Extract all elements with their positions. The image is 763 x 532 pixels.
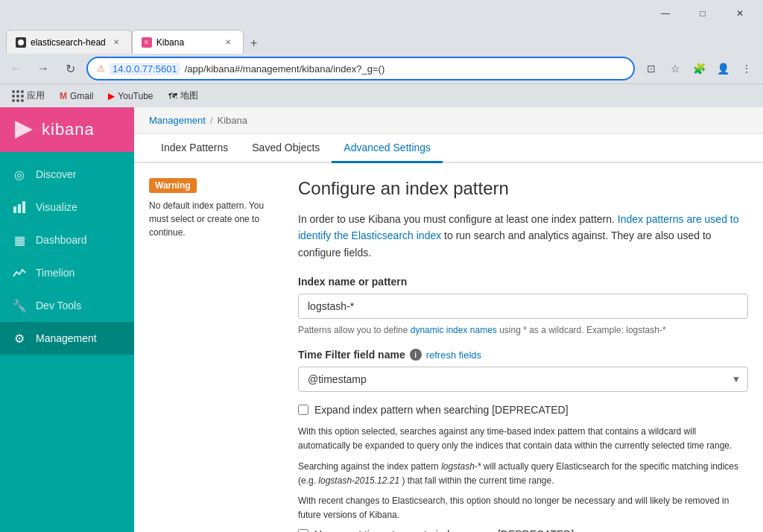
address-bar: ← → ↻ ⚠ 14.0.0.77:5601 /app/kibana#/mana…: [0, 54, 763, 83]
tab-advanced-settings[interactable]: Advanced Settings: [332, 134, 443, 163]
security-icon: ⚠: [97, 63, 105, 74]
index-hint: Patterns allow you to define dynamic ind…: [298, 323, 748, 337]
form-section: Configure an index pattern In order to u…: [298, 178, 748, 517]
pattern-italic: logstash-*: [441, 461, 481, 472]
sidebar-label-timelion: Timelion: [36, 267, 75, 279]
sidebar-label-dashboard: Dashboard: [36, 234, 87, 246]
url-highlight: 14.0.0.77:5601: [110, 63, 180, 75]
maps-bookmark[interactable]: 🗺 地图: [165, 88, 201, 104]
gmail-icon: M: [60, 91, 67, 101]
event-times-checkbox-label[interactable]: Use event times to create index names [D…: [314, 528, 574, 532]
url-bar[interactable]: ⚠ 14.0.0.77:5601 /app/kibana#/management…: [86, 57, 635, 80]
bookmark-icon[interactable]: ☆: [665, 58, 686, 79]
title-bar: — □ ✕: [0, 0, 763, 27]
index-name-input[interactable]: [298, 294, 748, 319]
close-button[interactable]: ✕: [723, 3, 757, 24]
breadcrumb-management[interactable]: Management: [149, 115, 206, 126]
breadcrumb: Management / Kibana: [134, 107, 763, 134]
tab-elasticsearch[interactable]: elasticsearch-head ✕: [6, 30, 132, 54]
event-times-checkbox-row: Use event times to create index names [D…: [298, 528, 748, 532]
main-content: Management / Kibana Index Patterns Saved…: [134, 107, 763, 532]
tab-close-kibana[interactable]: ✕: [222, 37, 234, 48]
sidebar-logo: kibana: [0, 107, 134, 152]
maps-label: 地图: [180, 89, 198, 102]
section-tabs: Index Patterns Saved Objects Advanced Se…: [134, 134, 763, 163]
tab-index-patterns[interactable]: Index Patterns: [149, 134, 240, 163]
profile-icon[interactable]: 👤: [712, 58, 733, 79]
kibana-logo-icon: [12, 118, 36, 142]
timestamp-select-wrapper: @timestamp ▼: [298, 367, 748, 392]
youtube-label: YouTube: [118, 91, 153, 101]
refresh-fields-link[interactable]: refresh fields: [426, 349, 481, 361]
management-icon: ⚙: [12, 331, 27, 346]
warning-badge: Warning: [149, 178, 197, 193]
svg-rect-3: [22, 201, 25, 213]
warning-text: No default index pattern. You must selec…: [149, 199, 283, 239]
form-title: Configure an index pattern: [298, 178, 748, 199]
maps-icon: 🗺: [168, 91, 177, 101]
dashboard-icon: ▦: [12, 232, 27, 247]
sidebar-label-discover: Discover: [36, 168, 76, 180]
apps-icon: [12, 90, 24, 102]
event-times-checkbox[interactable]: [298, 529, 308, 532]
tab-title-elastic: elasticsearch-head: [31, 37, 106, 48]
kibana-logo-text: kibana: [42, 120, 95, 139]
app-layout: kibana ◎ Discover Visualize ▦ Dashbo: [0, 107, 763, 532]
devtools-icon: 🔧: [12, 298, 27, 313]
expand-checkbox[interactable]: [298, 405, 308, 415]
kibana-favicon: K: [142, 37, 152, 48]
back-button[interactable]: ←: [6, 58, 27, 79]
sidebar-item-visualize[interactable]: Visualize: [0, 191, 134, 224]
youtube-bookmark[interactable]: ▶ YouTube: [105, 89, 156, 103]
expand-desc-2: Searching against the index pattern logs…: [298, 460, 748, 488]
expand-desc-3: With recent changes to Elasticsearch, th…: [298, 494, 748, 522]
svg-rect-1: [13, 206, 16, 213]
tab-bar: elasticsearch-head ✕ K Kibana ✕ +: [0, 27, 763, 54]
expand-checkbox-label[interactable]: Expand index pattern when searching [DEP…: [314, 404, 569, 416]
svg-point-0: [18, 39, 24, 45]
form-description: In order to use Kibana you must configur…: [298, 211, 748, 261]
visualize-icon: [12, 200, 27, 215]
warning-panel: Warning No default index pattern. You mu…: [149, 178, 283, 517]
bookmarks-bar: 应用 M Gmail ▶ YouTube 🗺 地图: [0, 83, 763, 107]
tab-title-kibana: Kibana: [156, 37, 184, 48]
index-patterns-link[interactable]: Index patterns are used to identify the …: [298, 213, 739, 241]
apps-bookmark[interactable]: 应用: [9, 88, 48, 104]
new-tab-button[interactable]: +: [244, 33, 265, 54]
sidebar: kibana ◎ Discover Visualize ▦ Dashbo: [0, 107, 134, 532]
breadcrumb-kibana: Kibana: [218, 115, 247, 126]
youtube-icon: ▶: [108, 91, 115, 101]
browser-actions: ⊡ ☆ 🧩 👤 ⋮: [641, 58, 757, 79]
reload-button[interactable]: ↻: [60, 58, 80, 79]
timelion-icon: [12, 265, 27, 280]
sidebar-item-timelion[interactable]: Timelion: [0, 256, 134, 289]
menu-icon[interactable]: ⋮: [736, 58, 757, 79]
index-name-label: Index name or pattern: [298, 276, 748, 288]
sidebar-item-management[interactable]: ⚙ Management: [0, 322, 134, 355]
time-filter-label: Time Filter field name: [298, 349, 405, 361]
maximize-button[interactable]: □: [686, 3, 720, 24]
tab-saved-objects[interactable]: Saved Objects: [240, 134, 332, 163]
timestamp-select[interactable]: @timestamp: [298, 367, 748, 392]
window-controls: — □ ✕: [648, 3, 757, 24]
sidebar-label-management: Management: [36, 332, 97, 344]
sidebar-navigation: ◎ Discover Visualize ▦ Dashboard: [0, 152, 134, 361]
time-filter-info-icon[interactable]: i: [410, 349, 422, 361]
tab-close-elastic[interactable]: ✕: [110, 37, 122, 48]
translate-icon[interactable]: ⊡: [641, 58, 662, 79]
content-area: Warning No default index pattern. You mu…: [134, 163, 763, 532]
extensions-icon[interactable]: 🧩: [688, 58, 709, 79]
minimize-button[interactable]: —: [648, 3, 683, 24]
sidebar-label-visualize: Visualize: [36, 201, 77, 213]
dynamic-index-link[interactable]: dynamic index names: [411, 325, 497, 335]
svg-rect-2: [18, 204, 21, 213]
breadcrumb-separator: /: [210, 115, 213, 126]
sidebar-item-dashboard[interactable]: ▦ Dashboard: [0, 224, 134, 256]
elastic-favicon: [16, 37, 26, 48]
sidebar-item-devtools[interactable]: 🔧 Dev Tools: [0, 289, 134, 322]
expand-checkbox-row: Expand index pattern when searching [DEP…: [298, 404, 748, 416]
tab-kibana[interactable]: K Kibana ✕: [132, 30, 244, 54]
sidebar-item-discover[interactable]: ◎ Discover: [0, 158, 134, 191]
gmail-bookmark[interactable]: M Gmail: [57, 89, 96, 103]
forward-button[interactable]: →: [33, 58, 54, 79]
